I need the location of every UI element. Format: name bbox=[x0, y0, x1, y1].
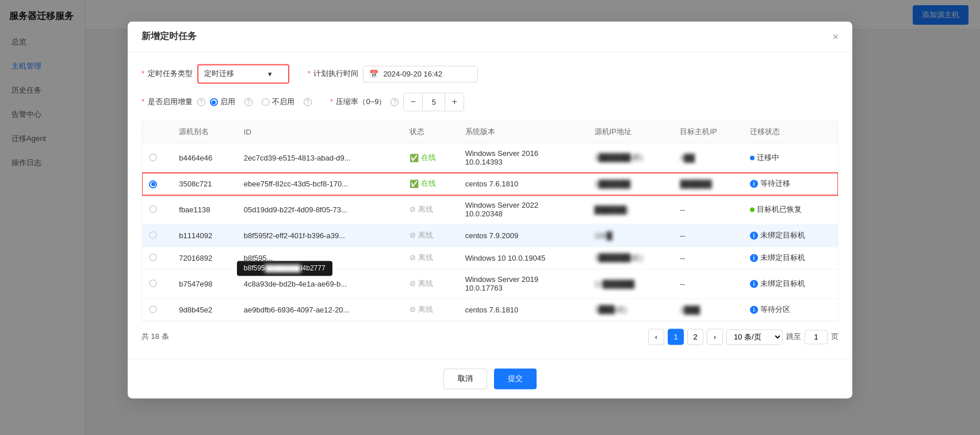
row-radio[interactable] bbox=[149, 253, 157, 261]
row-status: ⊘ 离线 bbox=[403, 269, 458, 299]
row-select-cell bbox=[142, 143, 172, 173]
info-icon: i bbox=[750, 180, 758, 188]
row-status: ✅ 在线 bbox=[403, 143, 458, 173]
status-offline: ⊘ 离线 bbox=[409, 204, 451, 215]
required-star: * bbox=[141, 69, 144, 78]
row-name: 3508c721 bbox=[172, 173, 237, 195]
increment-button[interactable]: + bbox=[445, 93, 464, 110]
table-row-highlighted: b1114092 b8f595f2-eff2-401f-b396-a39... … bbox=[142, 224, 838, 247]
modal-title: 新增定时任务 bbox=[141, 30, 197, 43]
check-icon: ✅ bbox=[409, 180, 419, 188]
help-icon-incr[interactable]: ? bbox=[197, 98, 205, 106]
host-table-container: 源机别名 ID 状态 系统版本 源机IP地址 目标主机IP 迁移状态 bbox=[141, 120, 839, 322]
info-icon: i bbox=[750, 280, 758, 288]
info-icon: i bbox=[750, 254, 758, 262]
row-select-cell bbox=[142, 247, 172, 269]
decrement-button[interactable]: − bbox=[404, 93, 422, 110]
row-name: 72016892 bbox=[172, 247, 237, 269]
status-online: ✅ 在线 bbox=[409, 178, 451, 189]
compression-counter: − 5 + bbox=[403, 93, 464, 111]
row-radio[interactable] bbox=[149, 205, 157, 213]
radio-disable[interactable]: 不启用 bbox=[262, 97, 294, 107]
table-row-selected: 3508c721 ebee75ff-82cc-43d5-bcf8-170... … bbox=[142, 173, 838, 195]
page-label: 页 bbox=[831, 331, 839, 342]
row-source-ip: 12██████ bbox=[588, 269, 673, 299]
row-source-ip: 1██████(处) bbox=[588, 247, 673, 269]
modal-body: * 定时任务类型 定时迁移 ▾ * 计划执行时间 📅 2024-09-20 16… bbox=[128, 52, 852, 358]
submit-button[interactable]: 提交 bbox=[494, 368, 537, 389]
next-page-button[interactable]: › bbox=[707, 329, 723, 345]
row-target-ip: -- bbox=[673, 269, 742, 299]
row-migration-status: i 等待分区 bbox=[743, 299, 838, 321]
help-icon-enable[interactable]: ? bbox=[244, 98, 252, 106]
schedule-input[interactable]: 📅 2024-09-20 16:42 bbox=[363, 66, 478, 82]
row-select-cell bbox=[142, 224, 172, 247]
table-row: 9d8b45e2 ae9bdfb6-6936-4097-ae12-20... ⊘… bbox=[142, 299, 838, 321]
col-name: 源机别名 bbox=[172, 121, 237, 143]
compression-field: * 压缩率（0~9） ? − 5 + bbox=[330, 93, 465, 111]
radio-circle-enable bbox=[210, 98, 218, 106]
row-name: b7547e98 bbox=[172, 269, 237, 299]
calendar-icon: 📅 bbox=[369, 70, 378, 78]
table-row: fbae1138 05d19dd9-b22f-4d09-8f05-73... ⊘… bbox=[142, 195, 838, 224]
col-status: 状态 bbox=[403, 121, 458, 143]
counter-value: 5 bbox=[422, 93, 445, 110]
row-radio-selected[interactable] bbox=[149, 180, 157, 188]
row-target-ip: -- bbox=[673, 195, 742, 224]
per-page-select[interactable]: 10 条/页 20 条/页 50 条/页 bbox=[726, 329, 783, 345]
page-1-button[interactable]: 1 bbox=[668, 329, 684, 345]
goto-input[interactable] bbox=[805, 330, 828, 344]
row-os: Windows Server 201910.0.17763 bbox=[458, 269, 588, 299]
row-migration-status: 迁移中 bbox=[743, 143, 838, 173]
row-status: ⊘ 离线 bbox=[403, 195, 458, 224]
row-radio[interactable] bbox=[149, 305, 157, 313]
blue-dot-icon bbox=[750, 155, 755, 160]
status-offline: ⊘ 离线 bbox=[409, 278, 451, 289]
chevron-down-icon: ▾ bbox=[268, 70, 272, 78]
row-id: b8f595... b8f595████████l4b2777 bbox=[237, 247, 403, 269]
row-radio[interactable] bbox=[149, 279, 157, 287]
row-migration-status: i 等待迁移 bbox=[743, 173, 838, 195]
row-target-ip: -- bbox=[673, 247, 742, 269]
row-id: ebee75ff-82cc-43d5-bcf8-170... bbox=[237, 173, 403, 195]
row-id: b8f595f2-eff2-401f-b396-a39... bbox=[237, 224, 403, 247]
row-radio[interactable] bbox=[149, 231, 157, 239]
info-icon: i bbox=[750, 306, 758, 314]
row-os: centos 7.6.1810 bbox=[458, 299, 588, 321]
help-icon-compression[interactable]: ? bbox=[391, 98, 399, 106]
task-type-label: * 定时任务类型 bbox=[141, 68, 193, 79]
status-offline: ⊘ 离线 bbox=[409, 253, 451, 263]
row-os: Windows 10 10.0.19045 bbox=[458, 247, 588, 269]
schedule-field: * 计划执行时间 📅 2024-09-20 16:42 bbox=[308, 66, 478, 82]
table-header: 源机别名 ID 状态 系统版本 源机IP地址 目标主机IP 迁移状态 bbox=[142, 121, 838, 143]
row-id: 05d19dd9-b22f-4d09-8f05-73... bbox=[237, 195, 403, 224]
help-icon-disable[interactable]: ? bbox=[304, 98, 312, 106]
task-type-select[interactable]: 定时迁移 ▾ bbox=[197, 64, 289, 83]
prev-page-button[interactable]: ‹ bbox=[648, 329, 664, 345]
row-id: ae9bdfb6-6936-4097-ae12-20... bbox=[237, 299, 403, 321]
col-select bbox=[142, 121, 172, 143]
table-row: b4464e46 2ec7cd39-e515-4813-abad-d9... ✅… bbox=[142, 143, 838, 173]
green-dot-icon bbox=[750, 207, 755, 212]
row-status: ⊘ 离线 bbox=[403, 247, 458, 269]
host-table: 源机别名 ID 状态 系统版本 源机IP地址 目标主机IP 迁移状态 bbox=[142, 121, 838, 321]
modal-header: 新增定时任务 × bbox=[128, 21, 852, 52]
row-status: ⊘ 离线 bbox=[403, 299, 458, 321]
col-source-ip: 源机IP地址 bbox=[588, 121, 673, 143]
row-migration-status: i 未绑定目标机 bbox=[743, 247, 838, 269]
close-icon[interactable]: × bbox=[832, 32, 839, 42]
row-migration-status: i 未绑定目标机 bbox=[743, 224, 838, 247]
row-radio[interactable] bbox=[149, 153, 157, 161]
radio-enable[interactable]: 启用 bbox=[210, 97, 235, 107]
info-icon: i bbox=[750, 231, 758, 239]
row-select-cell bbox=[142, 299, 172, 321]
col-id: ID bbox=[237, 121, 403, 143]
page-2-button[interactable]: 2 bbox=[687, 329, 703, 345]
cancel-button[interactable]: 取消 bbox=[443, 368, 487, 389]
form-row-2: * 是否启用增量 ? 启用 ? 不启用 ? bbox=[141, 93, 839, 111]
row-source-ip: 100█ bbox=[588, 224, 673, 247]
tooltip: b8f595████████l4b2777 bbox=[237, 261, 332, 276]
row-target-ip: 4██ bbox=[673, 143, 742, 173]
row-select-cell bbox=[142, 269, 172, 299]
status-offline: ⊘ 离线 bbox=[409, 304, 451, 315]
